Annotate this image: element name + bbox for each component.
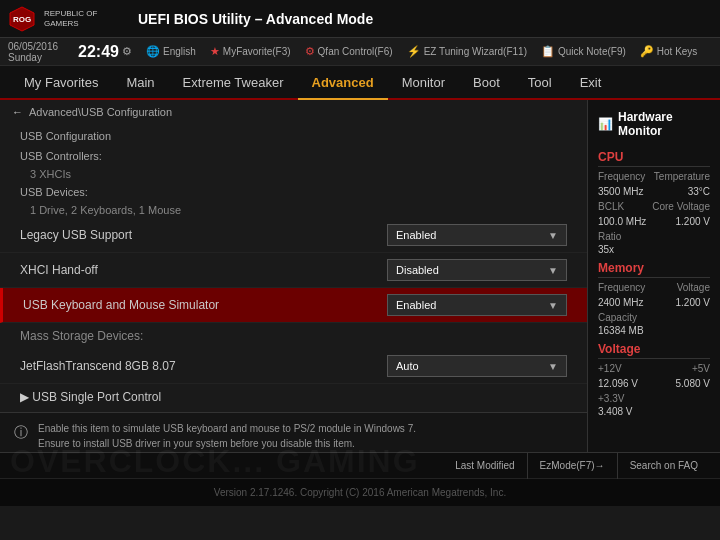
usb-controllers-label: USB Controllers: (0, 146, 587, 166)
toolbar-myfavorite-label: MyFavorite(F3) (223, 46, 291, 57)
nav-item-monitor[interactable]: Monitor (388, 65, 459, 99)
xhci-handoff-value: Disabled (396, 264, 439, 276)
usb-keyboard-mouse-value: Enabled (396, 299, 436, 311)
header: ROG REPUBLIC OF GAMERS UEFI BIOS Utility… (0, 0, 720, 38)
main-layout: ← Advanced\USB Configuration USB Configu… (0, 100, 720, 452)
legacy-usb-dropdown[interactable]: Enabled ▼ (387, 224, 567, 246)
hw-mem-freq-volt-labels: Frequency Voltage (598, 282, 710, 293)
config-section: USB Configuration USB Controllers: 3 XHC… (0, 124, 587, 412)
legacy-usb-row[interactable]: Legacy USB Support Enabled ▼ (0, 218, 587, 253)
usb-config-label: USB Configuration (0, 126, 587, 146)
hw-mem-freq-volt-values: 2400 MHz 1.200 V (598, 297, 710, 308)
xhci-count-label: 3 XHCIs (0, 166, 587, 182)
toolbar: 06/05/2016 Sunday 22:49 ⚙ 🌐 English ★ My… (0, 38, 720, 66)
mass-storage-label: Mass Storage Devices: (20, 329, 567, 343)
hw-freq-label: Frequency (598, 171, 645, 182)
hw-bclk-corevolt-labels: BCLK Core Voltage (598, 201, 710, 212)
hw-12v-value: 12.096 V (598, 378, 638, 389)
toolbar-language[interactable]: 🌐 English (146, 45, 196, 58)
nav-item-boot[interactable]: Boot (459, 65, 514, 99)
time-value: 22:49 (78, 43, 119, 61)
hw-cpu-freq-temp-labels: Frequency Temperature (598, 171, 710, 182)
language-icon: 🌐 (146, 45, 160, 58)
logo-area: ROG REPUBLIC OF GAMERS (8, 5, 128, 33)
bottom-bar: Last Modified EzMode(F7)→ Search on FAQ (0, 452, 720, 478)
hw-capacity-label: Capacity (598, 312, 710, 323)
toolbar-qfan[interactable]: ⚙ Qfan Control(F6) (305, 45, 393, 58)
usb-keyboard-mouse-label: USB Keyboard and Mouse Simulator (23, 298, 387, 312)
xhci-handoff-row[interactable]: XHCI Hand-off Disabled ▼ (0, 253, 587, 288)
jetflash-dropdown[interactable]: Auto ▼ (387, 355, 567, 377)
hotkeys-icon: 🔑 (640, 45, 654, 58)
logo-text: REPUBLIC OF GAMERS (44, 9, 97, 28)
nav-item-exit[interactable]: Exit (566, 65, 616, 99)
hw-mem-freq-label: Frequency (598, 282, 645, 293)
breadcrumb: ← Advanced\USB Configuration (0, 100, 587, 124)
toolbar-ez-tuning-label: EZ Tuning Wizard(F11) (424, 46, 527, 57)
hw-monitor-title: 📊 Hardware Monitor (598, 106, 710, 144)
usb-single-port-row[interactable]: ▶ USB Single Port Control (0, 384, 587, 410)
ez-mode-btn[interactable]: EzMode(F7)→ (528, 453, 618, 479)
footer: Version 2.17.1246. Copyright (C) 2016 Am… (0, 478, 720, 506)
hw-bclk-value: 100.0 MHz (598, 216, 646, 227)
hw-corevolt-value: 1.200 V (676, 216, 710, 227)
xhci-handoff-label: XHCI Hand-off (20, 263, 387, 277)
search-faq-btn[interactable]: Search on FAQ (618, 453, 710, 479)
usb-keyboard-mouse-dropdown[interactable]: Enabled ▼ (387, 294, 567, 316)
mass-storage-row: Mass Storage Devices: (0, 323, 587, 349)
hw-bclk-corevolt-values: 100.0 MHz 1.200 V (598, 216, 710, 227)
jetflash-value: Auto (396, 360, 419, 372)
usb-keyboard-mouse-row[interactable]: USB Keyboard and Mouse Simulator Enabled… (0, 288, 587, 323)
hw-12v-label: +12V (598, 363, 622, 374)
hw-5v-value: 5.080 V (676, 378, 710, 389)
hw-5v-label: +5V (692, 363, 710, 374)
usb-devices-label: USB Devices: (0, 182, 587, 202)
info-text: Enable this item to simulate USB keyboar… (38, 421, 416, 451)
toolbar-hotkeys[interactable]: 🔑 Hot Keys (640, 45, 698, 58)
hw-33v-value: 3.408 V (598, 406, 710, 417)
hw-ratio-label: Ratio (598, 231, 710, 242)
nav-item-favorites[interactable]: My Favorites (10, 65, 112, 99)
svg-text:ROG: ROG (13, 15, 31, 24)
nav-item-extreme-tweaker[interactable]: Extreme Tweaker (169, 65, 298, 99)
qfan-icon: ⚙ (305, 45, 315, 58)
hw-mem-volt-value: 1.200 V (676, 297, 710, 308)
nav-item-tool[interactable]: Tool (514, 65, 566, 99)
hw-33v-label: +3.3V (598, 393, 710, 404)
nav-item-advanced[interactable]: Advanced (298, 66, 388, 100)
last-modified-btn[interactable]: Last Modified (443, 453, 527, 479)
toolbar-quicknote[interactable]: 📋 Quick Note(F9) (541, 45, 626, 58)
nav-item-main[interactable]: Main (112, 65, 168, 99)
xhci-handoff-dropdown[interactable]: Disabled ▼ (387, 259, 567, 281)
usb-devices-value: 1 Drive, 2 Keyboards, 1 Mouse (0, 202, 587, 218)
xhci-handoff-arrow-icon: ▼ (548, 265, 558, 276)
legacy-usb-value: Enabled (396, 229, 436, 241)
hw-corevolt-label: Core Voltage (652, 201, 710, 212)
back-arrow-icon[interactable]: ← (12, 106, 23, 118)
hw-cpu-freq-temp-values: 3500 MHz 33°C (598, 186, 710, 197)
toolbar-language-label: English (163, 46, 196, 57)
datetime: 06/05/2016 Sunday (8, 41, 58, 63)
hw-ratio-value: 35x (598, 244, 710, 255)
toolbar-myfavorite[interactable]: ★ MyFavorite(F3) (210, 45, 291, 58)
hw-bclk-label: BCLK (598, 201, 624, 212)
hw-mem-freq-value: 2400 MHz (598, 297, 644, 308)
info-line2: Ensure to install USB driver in your sys… (38, 436, 416, 451)
nav-menu: My Favorites Main Extreme Tweaker Advanc… (0, 66, 720, 100)
toolbar-ez-tuning[interactable]: ⚡ EZ Tuning Wizard(F11) (407, 45, 527, 58)
toolbar-qfan-label: Qfan Control(F6) (318, 46, 393, 57)
info-bar: ⓘ Enable this item to simulate USB keybo… (0, 412, 587, 452)
hw-cpu-temp-value: 33°C (688, 186, 710, 197)
time-display: 22:49 ⚙ (78, 43, 132, 61)
rog-logo-icon: ROG (8, 5, 36, 33)
legacy-usb-arrow-icon: ▼ (548, 230, 558, 241)
hw-cpu-title: CPU (598, 150, 710, 167)
hw-cpu-freq-value: 3500 MHz (598, 186, 644, 197)
content-area: ← Advanced\USB Configuration USB Configu… (0, 100, 588, 452)
legacy-usb-label: Legacy USB Support (20, 228, 387, 242)
hw-12v-5v-values: 12.096 V 5.080 V (598, 378, 710, 389)
hw-12v-5v-labels: +12V +5V (598, 363, 710, 374)
settings-icon[interactable]: ⚙ (122, 45, 132, 58)
header-title: UEFI BIOS Utility – Advanced Mode (128, 11, 712, 27)
jetflash-row[interactable]: JetFlashTranscend 8GB 8.07 Auto ▼ (0, 349, 587, 384)
